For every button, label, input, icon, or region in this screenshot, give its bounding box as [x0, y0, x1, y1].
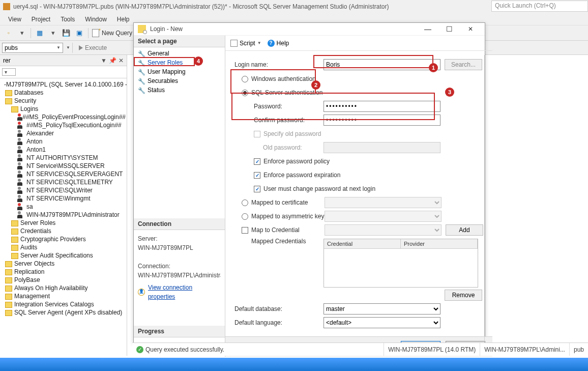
connect-dropdown[interactable]: ▾ [2, 68, 16, 76]
tree-login-item[interactable]: Anton [1, 137, 126, 146]
login-name-input[interactable] [324, 59, 440, 70]
page-user-mapping[interactable]: 🔧User Mapping [134, 67, 225, 76]
tree-always-on[interactable]: Always On High Availability [14, 284, 88, 292]
tree-login-item[interactable]: ##MS_PolicyEventProcessingLogin## [1, 113, 126, 121]
page-server-roles[interactable]: 🔧Server Roles [134, 58, 225, 67]
folder-icon [5, 294, 12, 300]
execute-label: Execute [85, 44, 107, 51]
execute-button[interactable]: Execute [75, 43, 111, 52]
minimize-button[interactable]: — [418, 23, 438, 35]
close-button[interactable]: ✕ [460, 23, 481, 35]
menu-tools[interactable]: Tools [55, 16, 80, 23]
window-titlebar: uery4.sql - WIN-MJ79T89M7PL.pubs (WIN-MJ… [0, 0, 588, 13]
sql-auth-radio[interactable] [242, 90, 248, 96]
quick-launch-input[interactable]: Quick Launch (Ctrl+Q) [491, 1, 588, 12]
folder-icon [5, 310, 12, 316]
script-button[interactable]: Script ▼ [230, 40, 261, 47]
menu-help[interactable]: Help [112, 16, 135, 23]
tree-login-item[interactable]: NT AUTHORITY\SYSTEM [1, 154, 126, 162]
connection-value: WIN-MJ79T89M7PL\Administrator [138, 271, 221, 280]
windows-auth-radio[interactable] [242, 76, 248, 82]
tree-root[interactable]: -MJ79T89M7PL (SQL Server 14.0.1000.169 -… [4, 81, 127, 88]
tree-login-item[interactable]: Alexander [1, 129, 126, 137]
saveall-icon[interactable]: ▣ [74, 27, 85, 39]
help-button[interactable]: ? Help [268, 40, 289, 47]
object-explorer-title: rer [3, 57, 11, 64]
sql-auth-label: SQL Server authentication [251, 89, 322, 96]
menu-view[interactable]: View [3, 16, 26, 23]
pin-icon[interactable]: 📌 [109, 57, 116, 64]
open-icon[interactable]: ▾ [47, 27, 58, 39]
login-new-dialog: Login - New — ☐ ✕ Select a page 🔧General… [133, 22, 485, 343]
new-query-button[interactable]: New Query [91, 28, 135, 38]
mapped-credentials-table[interactable]: Credential Provider [324, 239, 478, 288]
tree-polybase[interactable]: PolyBase [14, 276, 40, 283]
enforce-expiration-label: Enforce password expiration [263, 172, 340, 179]
tree-integration-svc[interactable]: Integration Services Catalogs [14, 301, 94, 308]
tree-login-item[interactable]: NT SERVICE\SQLWriter [1, 186, 126, 194]
tree-management[interactable]: Management [14, 293, 50, 300]
tree-server-audit[interactable]: Server Audit Specifications [20, 252, 93, 259]
must-change-checkbox[interactable] [254, 186, 260, 192]
search-button: Search... [445, 59, 482, 70]
close-panel-icon[interactable]: ✕ [119, 57, 124, 64]
login-icon [17, 154, 24, 161]
dialog-title: Login - New [150, 25, 418, 33]
tree-login-item[interactable]: ##MS_PolicyTsqlExecutionLogin## [1, 121, 126, 129]
page-securables[interactable]: 🔧Securables [134, 76, 225, 85]
add-credential-button[interactable]: Add [446, 224, 483, 236]
page-general[interactable]: 🔧General [134, 49, 225, 58]
panel-dropdown-icon[interactable]: ▼ [101, 57, 107, 64]
badge-2: 2 [311, 80, 320, 90]
tree-replication[interactable]: Replication [14, 268, 44, 275]
tree-sql-agent[interactable]: SQL Server Agent (Agent XPs disabled) [14, 309, 122, 316]
connection-label: Connection: [138, 262, 221, 271]
login-name-label: Login name: [234, 61, 324, 68]
tree-server-roles[interactable]: Server Roles [20, 219, 55, 226]
remove-credential-button[interactable]: Remove [445, 290, 482, 301]
map-credential-checkbox[interactable] [242, 227, 248, 234]
status-db: pub [574, 346, 584, 353]
menu-project[interactable]: Project [26, 16, 55, 23]
tree-security[interactable]: Security [14, 97, 36, 104]
mapped-cert-radio[interactable] [242, 199, 248, 206]
enforce-policy-checkbox[interactable] [254, 158, 260, 165]
col-credential: Credential [324, 239, 401, 248]
tree-login-item[interactable]: Anton1 [1, 146, 126, 154]
tree-login-item[interactable]: WIN-MJ79T89M7PL\Administrator [1, 211, 126, 219]
password-input[interactable] [324, 101, 440, 112]
tree-credentials[interactable]: Credentials [20, 227, 51, 235]
tree-login-item[interactable]: NT SERVICE\SQLTELEMETRY [1, 178, 126, 186]
tree-login-item[interactable]: NT SERVICE\SQLSERVERAGENT [1, 170, 126, 178]
default-database-select[interactable]: master [324, 303, 440, 315]
database-combo[interactable]: pubs ▼ [2, 43, 63, 53]
tree-login-item[interactable]: NT SERVICE\Winmgmt [1, 194, 126, 203]
login-icon [17, 130, 24, 137]
maximize-button[interactable]: ☐ [439, 23, 459, 35]
tree-crypto[interactable]: Cryptographic Providers [20, 236, 86, 243]
default-language-select[interactable]: <default> [324, 317, 440, 328]
wrench-icon: 🔧 [138, 69, 144, 75]
folder-icon [11, 229, 18, 235]
mapped-asym-radio[interactable] [242, 213, 248, 220]
tree-databases[interactable]: Databases [14, 89, 43, 96]
save-icon[interactable]: 💾 [61, 27, 72, 39]
enforce-expiration-checkbox[interactable] [254, 172, 260, 179]
menu-window[interactable]: Window [80, 16, 112, 23]
tree-logins[interactable]: Logins [20, 105, 38, 112]
login-icon [17, 113, 20, 121]
new-solution-icon[interactable]: ▦ [34, 27, 45, 39]
window-title: uery4.sql - WIN-MJ79T89M7PL.pubs (WIN-MJ… [13, 3, 389, 10]
page-status[interactable]: 🔧Status [134, 85, 225, 95]
object-explorer-tree[interactable]: -MJ79T89M7PL (SQL Server 14.0.1000.169 -… [0, 78, 127, 356]
confirm-password-input[interactable] [324, 115, 440, 126]
nav-back-icon[interactable]: ◦ [3, 27, 14, 39]
login-icon [17, 162, 24, 169]
tree-server-objects[interactable]: Server Objects [14, 260, 54, 267]
dialog-left-panel: Select a page 🔧General 🔧Server Roles 🔧Us… [134, 36, 225, 357]
tree-audits[interactable]: Audits [20, 244, 37, 251]
tree-login-item[interactable]: sa [1, 203, 126, 211]
view-connection-props-link[interactable]: View connection properties [148, 283, 221, 301]
status-bar: ✓ Query executed successfully. WIN-MJ79T… [132, 343, 588, 356]
tree-login-item[interactable]: NT Service\MSSQLSERVER [1, 162, 126, 170]
